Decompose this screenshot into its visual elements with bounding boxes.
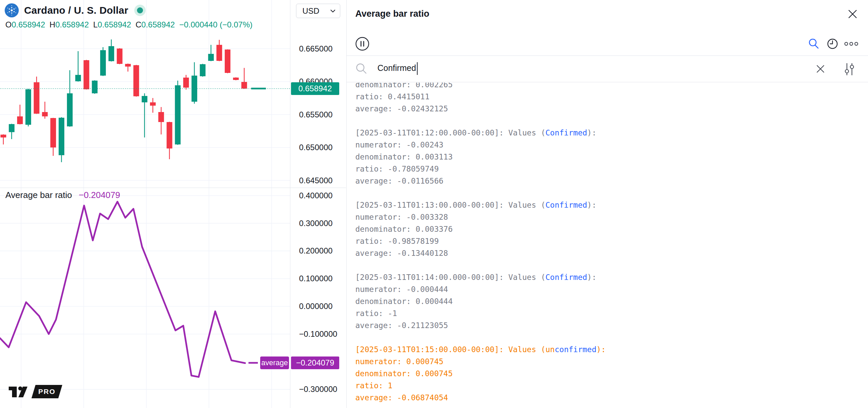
log-field-line: numerator: -0.003328: [355, 211, 868, 223]
search-match-highlight: Confirmed: [546, 128, 587, 137]
text-cursor: [417, 62, 417, 75]
log-field-line: denominator: 0.003113: [355, 151, 868, 163]
more-options-button[interactable]: [842, 36, 861, 52]
log-search-button[interactable]: [804, 36, 823, 52]
average-series-badge: average: [260, 356, 289, 369]
price-tick: 0.655000: [299, 110, 333, 120]
log-field-line: average: -0.06874054: [355, 392, 868, 404]
log-entry: [2025-03-11T01:12:00.000-00:00]: Values …: [355, 127, 868, 187]
filter-sliders-icon: [843, 62, 855, 76]
search-match-highlight: confirmed: [555, 345, 596, 354]
log-field-line: ratio: 1: [355, 380, 868, 392]
indicator-log-panel: Average bar ratio: [346, 0, 868, 408]
log-field-line: denominator: 0.002265: [355, 82, 868, 91]
log-entry: [2025-03-11T01:14:00.000-00:00]: Values …: [355, 271, 868, 332]
indicator-name: Average bar ratio: [5, 190, 72, 200]
log-field-line: ratio: -0.98578199: [355, 235, 868, 247]
clear-search-button[interactable]: [813, 62, 828, 76]
market-status-dot[interactable]: [134, 5, 146, 16]
log-field-line: denominator: 0.003376: [355, 223, 868, 235]
ohlc-values: O0.658942H0.658942L0.658942C0.658942−0.0…: [5, 20, 252, 29]
log-entry: denominator: 0.002265ratio: 0.4415011ave…: [355, 82, 868, 115]
search-icon: [355, 63, 367, 76]
price-tick: 0.665000: [299, 44, 333, 54]
chart-area: Cardano / U. S. Dollar O0.658942H0.65894…: [0, 0, 346, 408]
log-entry: [2025-03-11T01:13:00.000-00:00]: Values …: [355, 199, 868, 259]
chevron-down-icon: [330, 9, 336, 13]
log-entry-header: [2025-03-11T01:12:00.000-00:00]: Values …: [355, 127, 868, 139]
log-field-line: numerator: -0.000444: [355, 283, 868, 295]
currency-dropdown[interactable]: USD: [296, 4, 340, 18]
log-field-line: ratio: 0.4415011: [355, 91, 868, 103]
log-field-line: average: -0.0116566: [355, 175, 868, 187]
indicator-tick: −0.300000: [299, 384, 337, 394]
log-field-line: ratio: -0.78059749: [355, 163, 868, 175]
pause-icon: [355, 36, 370, 51]
price-tick: 0.650000: [299, 143, 333, 152]
history-clock-icon: [827, 38, 839, 50]
history-button[interactable]: [823, 36, 842, 52]
indicator-value: −0.204079: [79, 190, 120, 200]
indicator-tick: 0.400000: [299, 191, 333, 200]
log-field-line: average: -0.21123055: [355, 319, 868, 332]
log-output[interactable]: denominator: 0.002265ratio: 0.4415011ave…: [347, 82, 868, 408]
indicator-tick: 0.200000: [299, 246, 333, 256]
search-match-highlight: Confirmed: [546, 273, 587, 281]
log-toolbar: [347, 33, 868, 56]
tv-mark-icon: [8, 384, 29, 399]
log-entry-header: [2025-03-11T01:15:00.000-00:00]: Values …: [355, 343, 868, 355]
indicator-legend[interactable]: Average bar ratio−0.204079: [5, 190, 120, 200]
search-match-highlight: Confirmed: [546, 201, 587, 209]
price-axis[interactable]: 0.6650000.6600000.6550000.6500000.645000…: [290, 0, 346, 408]
indicator-tick: 0.300000: [299, 219, 333, 228]
log-field-line: average: -0.13440128: [355, 247, 868, 259]
close-button[interactable]: [846, 7, 859, 21]
search-icon: [808, 38, 819, 49]
pause-button[interactable]: [354, 36, 370, 52]
log-entry-header: [2025-03-11T01:14:00.000-00:00]: Values …: [355, 271, 868, 283]
indicator-tick: 0.100000: [299, 274, 333, 283]
cardano-icon: [5, 3, 19, 18]
tradingview-window: Cardano / U. S. Dollar O0.658942H0.65894…: [0, 0, 868, 408]
log-field-line: denominator: 0.000745: [355, 368, 868, 380]
close-icon: [847, 9, 858, 19]
last-price-badge: 0.658942: [291, 82, 339, 95]
tradingview-logo[interactable]: PRO: [8, 384, 62, 399]
indicator-line-chart[interactable]: [0, 188, 290, 408]
log-field-line: numerator: 0.000745: [355, 355, 868, 368]
panel-title: Average bar ratio: [355, 9, 429, 19]
log-entry-header: [2025-03-11T01:13:00.000-00:00]: Values …: [355, 199, 868, 211]
clear-x-icon: [816, 65, 825, 73]
indicator-tick: 0.000000: [299, 302, 333, 311]
log-field-line: ratio: -1: [355, 307, 868, 319]
filter-button[interactable]: [841, 61, 857, 77]
symbol-title[interactable]: Cardano / U. S. Dollar: [24, 5, 128, 16]
search-input[interactable]: Confirmed: [377, 63, 416, 73]
price-tick: 0.645000: [299, 176, 333, 185]
log-field-line: denominator: 0.000444: [355, 295, 868, 307]
indicator-tick: −0.100000: [299, 330, 337, 339]
symbol-header: Cardano / U. S. Dollar: [5, 3, 146, 18]
log-field-line: average: -0.02432125: [355, 103, 868, 115]
log-entry: [2025-03-11T01:15:00.000-00:00]: Values …: [355, 343, 868, 404]
more-ellipsis-icon: [844, 41, 859, 46]
log-search-bar[interactable]: Confirmed: [347, 56, 868, 82]
average-value-badge: −0.204079: [291, 356, 339, 369]
log-field-line: numerator: -0.00243: [355, 139, 868, 151]
pro-badge: PRO: [31, 385, 62, 398]
currency-dropdown-value: USD: [302, 6, 319, 16]
